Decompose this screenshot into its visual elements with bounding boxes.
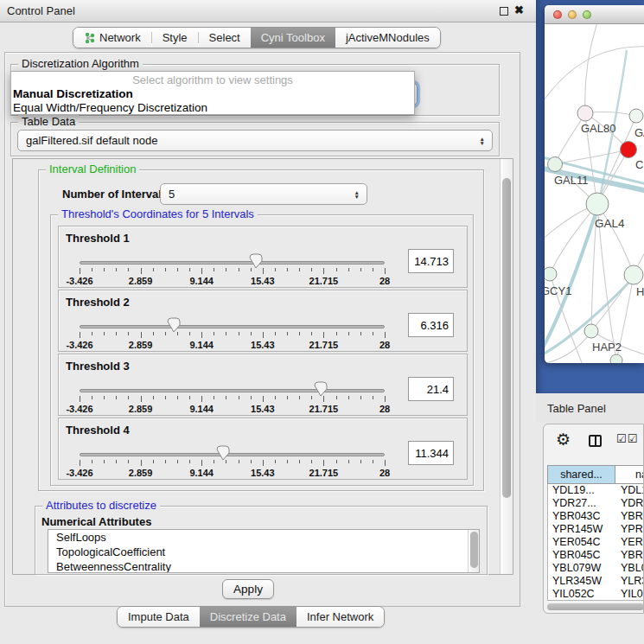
zoom-traffic-light-icon[interactable] bbox=[583, 10, 591, 19]
tab-jactivemnodules[interactable]: jActiveMNodules bbox=[335, 28, 440, 48]
network-node-gal80[interactable] bbox=[577, 105, 593, 121]
network-node-ga[interactable] bbox=[629, 109, 643, 123]
minimize-traffic-light-icon[interactable] bbox=[568, 10, 577, 19]
tick-mark bbox=[92, 396, 92, 399]
tick-label: 21.715 bbox=[309, 340, 339, 350]
slider-thumb[interactable] bbox=[314, 381, 328, 397]
cell-name[interactable]: YLR3 bbox=[615, 575, 644, 588]
close-traffic-light-icon[interactable] bbox=[553, 10, 562, 19]
network-node-gcy1[interactable] bbox=[545, 267, 557, 281]
node-table[interactable]: shared... na YDL19...YDL1YDR27...YDR2YBR… bbox=[547, 465, 644, 601]
cell-shared-name[interactable]: YBL079W bbox=[548, 562, 615, 575]
cell-shared-name[interactable]: YLR345W bbox=[548, 575, 615, 588]
tick-label: -3.426 bbox=[66, 340, 92, 350]
slider-track[interactable] bbox=[80, 325, 385, 328]
tick-mark bbox=[336, 332, 337, 335]
network-canvas[interactable]: GAL80GACGAL11GAL4GCY1HHAP2 bbox=[545, 24, 644, 363]
slider-track[interactable] bbox=[80, 389, 385, 392]
tick-mark bbox=[214, 332, 214, 335]
attribute-item[interactable]: BetweennessCentrality bbox=[48, 559, 479, 573]
slider-track[interactable] bbox=[80, 453, 385, 456]
tab-impute-data[interactable]: Impute Data bbox=[118, 607, 200, 627]
tick-label: 21.715 bbox=[309, 468, 339, 478]
slider-track[interactable] bbox=[80, 261, 385, 265]
threshold-value-field[interactable]: 6.316 bbox=[408, 313, 454, 337]
tick-label: 28 bbox=[379, 340, 390, 350]
cell-shared-name[interactable]: YDL19... bbox=[548, 484, 615, 497]
network-node-c[interactable] bbox=[621, 142, 637, 158]
algorithm-option[interactable]: Equal Width/Frequency Discretization bbox=[11, 101, 414, 115]
tick-mark bbox=[287, 332, 288, 335]
slider-thumb[interactable] bbox=[249, 253, 263, 269]
numerical-attributes-list[interactable]: SelfLoopsTopologicalCoefficientBetweenne… bbox=[48, 529, 480, 573]
tab-cyni-toolbox[interactable]: Cyni Toolbox bbox=[251, 28, 335, 48]
table-row[interactable]: YBL079WYBL0 bbox=[548, 562, 644, 575]
threshold-value-field[interactable]: 11.344 bbox=[408, 441, 454, 465]
table-row[interactable]: YDL19...YDL1 bbox=[548, 484, 644, 497]
horizontal-scrollbar-thumb[interactable] bbox=[547, 603, 644, 610]
cell-shared-name[interactable]: YBR045C bbox=[548, 549, 615, 562]
cell-name[interactable]: YER0 bbox=[615, 536, 644, 549]
tick-mark bbox=[348, 268, 349, 271]
network-node-gal11[interactable] bbox=[548, 157, 563, 172]
algorithm-option[interactable]: Manual Discretization bbox=[11, 87, 414, 101]
table-row[interactable]: YBR045CYBR0 bbox=[548, 549, 644, 562]
cell-shared-name[interactable]: YIL052C bbox=[548, 588, 615, 601]
vertical-scrollbar[interactable] bbox=[500, 159, 513, 574]
tick-mark bbox=[336, 460, 337, 463]
tab-infer-network[interactable]: Infer Network bbox=[296, 607, 384, 627]
apply-button[interactable]: Apply bbox=[222, 579, 274, 599]
cell-name[interactable]: YBR0 bbox=[615, 510, 644, 523]
split-table-icon[interactable] bbox=[589, 435, 602, 447]
network-node-h[interactable] bbox=[624, 265, 643, 284]
network-node[interactable] bbox=[610, 354, 622, 363]
cell-shared-name[interactable]: YPR145W bbox=[548, 523, 615, 536]
table-row[interactable]: YER054CYER0 bbox=[548, 536, 644, 549]
cell-shared-name[interactable]: YDR27... bbox=[548, 497, 615, 510]
tick-mark bbox=[239, 268, 239, 271]
tab-label: Discretize Data bbox=[210, 610, 286, 623]
table-row[interactable]: YPR145WYPR1 bbox=[548, 523, 644, 536]
undock-icon[interactable] bbox=[500, 7, 508, 16]
table-row[interactable]: YIL052CYIL0 bbox=[548, 588, 644, 601]
threshold-row: Threshold 1-3.4262.8599.14415.4321.71528… bbox=[58, 226, 468, 288]
cell-name[interactable]: YBR0 bbox=[615, 549, 644, 562]
table-panel-title: Table Panel bbox=[547, 402, 606, 415]
gear-icon[interactable]: ⚙ bbox=[556, 431, 571, 448]
cell-name[interactable]: YPR1 bbox=[615, 523, 644, 536]
number-of-intervals-select[interactable]: 5 ▲▼ bbox=[160, 183, 367, 205]
threshold-value-field[interactable]: 14.713 bbox=[408, 249, 454, 273]
tab-discretize-data[interactable]: Discretize Data bbox=[200, 607, 296, 627]
tab-network[interactable]: Network bbox=[73, 28, 151, 48]
close-icon[interactable]: ✖ bbox=[514, 3, 524, 16]
tick-mark bbox=[153, 396, 154, 399]
list-scrollbar-thumb[interactable] bbox=[470, 532, 478, 568]
table-row[interactable]: YDR27...YDR2 bbox=[548, 497, 644, 510]
checked-box-icons[interactable]: ☑☑ bbox=[616, 432, 638, 445]
tab-select[interactable]: Select bbox=[199, 28, 251, 48]
table-data-select[interactable]: galFiltered.sif default node ▲▼ bbox=[17, 130, 493, 151]
list-scrollbar[interactable] bbox=[468, 530, 479, 572]
table-row[interactable]: YBR043CYBR0 bbox=[548, 510, 644, 523]
slider-thumb[interactable] bbox=[167, 317, 181, 333]
tick-mark bbox=[177, 460, 178, 463]
tick-mark bbox=[373, 396, 373, 399]
vertical-scrollbar-thumb[interactable] bbox=[502, 178, 511, 498]
attribute-item[interactable]: SelfLoops bbox=[48, 530, 479, 545]
column-header-name[interactable]: na bbox=[615, 466, 644, 483]
slider-thumb[interactable] bbox=[216, 445, 230, 461]
column-header-shared-name[interactable]: shared... bbox=[548, 466, 615, 483]
cell-shared-name[interactable]: YER054C bbox=[548, 536, 615, 549]
network-node-hap2[interactable] bbox=[584, 324, 598, 338]
cell-name[interactable]: YBL0 bbox=[615, 562, 644, 575]
cell-name[interactable]: YDR2 bbox=[615, 497, 644, 510]
threshold-value-field[interactable]: 21.4 bbox=[408, 377, 454, 401]
network-node-label: HAP2 bbox=[592, 341, 622, 354]
tab-style[interactable]: Style bbox=[152, 28, 198, 48]
cell-name[interactable]: YDL1 bbox=[615, 484, 644, 497]
attribute-item[interactable]: TopologicalCoefficient bbox=[48, 545, 479, 559]
network-node-gal4[interactable] bbox=[586, 193, 609, 215]
cell-shared-name[interactable]: YBR043C bbox=[548, 510, 615, 523]
cell-name[interactable]: YIL0 bbox=[615, 588, 644, 601]
table-row[interactable]: YLR345WYLR3 bbox=[548, 575, 644, 588]
